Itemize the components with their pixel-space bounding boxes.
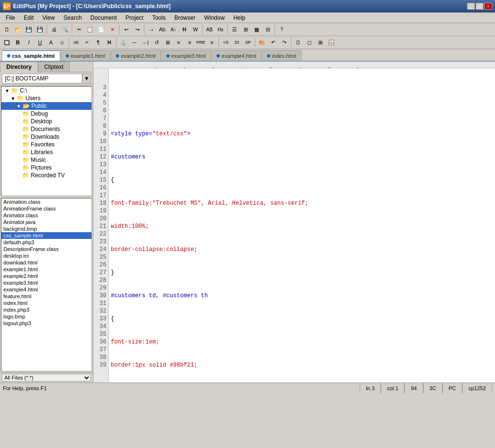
tab-example4[interactable]: example4.html	[211, 50, 261, 61]
menu-tools[interactable]: Tools	[148, 13, 169, 22]
new2-icon[interactable]: 🗋	[293, 37, 303, 48]
nbsp-icon[interactable]: nb	[71, 37, 81, 48]
file-list[interactable]: Animation.class AnimationFrame.class Ani…	[1, 198, 92, 371]
menu-browser[interactable]: Browser	[170, 13, 199, 22]
br-icon[interactable]: ↵	[82, 37, 92, 48]
tab-css-sample[interactable]: css_sample.html	[2, 50, 60, 61]
font-size-icon[interactable]: A↑	[168, 24, 179, 35]
file-item[interactable]: feature.html	[1, 293, 91, 300]
copy-icon[interactable]: 📋	[85, 24, 95, 35]
tab-example3[interactable]: example3.html	[161, 50, 211, 61]
open2-icon[interactable]: ◻	[304, 37, 314, 48]
help-toolbar-icon[interactable]: ?	[276, 24, 287, 35]
file-item[interactable]: backgrnd.bmp	[1, 225, 91, 232]
file-item[interactable]: DescriptionFrame.class	[1, 246, 91, 252]
open-icon[interactable]: 📂	[13, 24, 23, 35]
menu-view[interactable]: View	[39, 13, 59, 22]
highlight-icon[interactable]: AB	[204, 24, 215, 35]
file-item[interactable]: desktop.ini	[1, 252, 91, 259]
table-icon[interactable]: ⊞	[162, 37, 173, 48]
list-icon[interactable]: ≡	[173, 37, 184, 48]
dir-item-users[interactable]: ▼ 📁 Users	[1, 94, 91, 102]
cut-icon[interactable]: ✂	[74, 24, 84, 35]
save-all-icon[interactable]: 💾	[35, 24, 45, 35]
file-item-selected[interactable]: css_sample.html	[1, 232, 91, 239]
dir-item-public[interactable]: ▼ 📂 Public	[1, 102, 91, 110]
dir-item-documents[interactable]: 📁 Documents	[1, 125, 91, 133]
layout-icon[interactable]: ⊞	[315, 37, 326, 48]
align-left-icon[interactable]: ←|	[140, 37, 151, 48]
dir-item-pictures[interactable]: 📁 Pictures	[1, 164, 91, 171]
img-icon[interactable]: ↺	[151, 37, 162, 48]
undo-icon[interactable]: ↩	[121, 24, 131, 35]
save-icon[interactable]: 💾	[24, 24, 34, 35]
file-item[interactable]: example4.html	[1, 286, 91, 293]
file-item[interactable]: Animation.class	[1, 198, 91, 205]
tab-index[interactable]: index.html	[262, 50, 301, 61]
h-tag-icon[interactable]: H	[104, 37, 115, 48]
span-icon[interactable]: SP	[243, 37, 253, 48]
dir-item-c[interactable]: ▼ 📁 C:\	[1, 87, 91, 94]
expand-public-icon[interactable]: ▼	[16, 104, 21, 109]
replace-icon[interactable]: Ab	[157, 24, 168, 35]
print-icon[interactable]: 🖨	[49, 24, 59, 35]
menu-edit[interactable]: Edit	[20, 13, 38, 22]
heading-icon[interactable]: H	[179, 24, 190, 35]
file-item[interactable]: Animator.class	[1, 212, 91, 219]
file-item[interactable]: logout.php3	[1, 320, 91, 327]
dir-item-recorded-tv[interactable]: 📁 Recorded TV	[1, 171, 91, 179]
editor-scroll[interactable]: 3 4 5 6 7 8 9 10 11 12 13 14 15 16 17 18…	[93, 68, 495, 382]
view3-icon[interactable]: ▦	[251, 24, 262, 35]
expand-c-icon[interactable]: ▼	[5, 88, 10, 93]
file-item[interactable]: index.php3	[1, 306, 91, 313]
smiley-icon[interactable]: ☺	[57, 37, 67, 48]
title-bar-controls[interactable]: _ □ ×	[467, 3, 492, 10]
dir-item-favorites[interactable]: 📁 Favorites	[1, 141, 91, 148]
word-wrap-icon[interactable]: W	[190, 24, 201, 35]
drive-dropdown-button[interactable]: ▼	[82, 74, 91, 83]
view4-icon[interactable]: ⊟	[262, 24, 273, 35]
file-item[interactable]: example2.html	[1, 273, 91, 279]
script-icon[interactable]: <S	[221, 37, 231, 48]
delete-icon[interactable]: ✕	[107, 24, 117, 35]
file-item[interactable]: AnimationFrame.class	[1, 205, 91, 212]
file-item[interactable]: index.html	[1, 300, 91, 306]
menu-search[interactable]: Search	[60, 13, 86, 22]
file-item[interactable]: logo.bmp	[1, 313, 91, 320]
file-item[interactable]: download.html	[1, 259, 91, 266]
menu-file[interactable]: File	[2, 13, 19, 22]
underline-icon[interactable]: U	[35, 37, 45, 48]
new-file-icon[interactable]: 🗋	[1, 24, 12, 35]
next-icon[interactable]: ↷	[279, 37, 289, 48]
directory-tree[interactable]: ▼ 📁 C:\ ▼ 📁 Users ▼ 📂 Public 📁 Debug	[1, 86, 92, 196]
dir-item-debug[interactable]: 📁 Debug	[1, 110, 91, 118]
sidebar-tab-cliptext[interactable]: Cliptext	[38, 62, 70, 72]
html-icon[interactable]: 🔲	[1, 37, 12, 48]
menu-project[interactable]: Project	[122, 13, 147, 22]
file-item[interactable]: defauth.php3	[1, 239, 91, 246]
view2-icon[interactable]: ⊞	[240, 24, 251, 35]
code-content[interactable]: <style type="text/css"> #customers { fon…	[109, 68, 495, 382]
dir-item-desktop[interactable]: 📁 Desktop	[1, 118, 91, 125]
file-item[interactable]: example3.html	[1, 279, 91, 286]
close-button[interactable]: ×	[484, 3, 492, 10]
find-icon[interactable]: →	[146, 24, 156, 35]
color-picker-icon[interactable]: 🎨	[257, 37, 267, 48]
prev-icon[interactable]: ↶	[268, 37, 278, 48]
font-color-icon[interactable]: A	[46, 37, 56, 48]
bold-icon[interactable]: B	[13, 37, 23, 48]
div-icon[interactable]: DI	[232, 37, 242, 48]
menu-help[interactable]: Help	[230, 13, 249, 22]
italic-icon[interactable]: I	[24, 37, 34, 48]
minimize-button[interactable]: _	[467, 3, 475, 10]
pre-icon[interactable]: PRE	[195, 37, 206, 48]
ol-icon[interactable]: ≡	[184, 37, 195, 48]
print-preview-icon[interactable]: 🔍	[60, 24, 70, 35]
redo-icon[interactable]: ↪	[132, 24, 143, 35]
menu-document[interactable]: Document	[87, 13, 121, 22]
p-icon[interactable]: ¶	[93, 37, 104, 48]
file-filter-select[interactable]: All Files (*.*)	[2, 374, 91, 382]
windows-icon[interactable]: 🪟	[326, 37, 337, 48]
menu-window[interactable]: Window	[200, 13, 229, 22]
file-item[interactable]: Animator.java	[1, 219, 91, 225]
